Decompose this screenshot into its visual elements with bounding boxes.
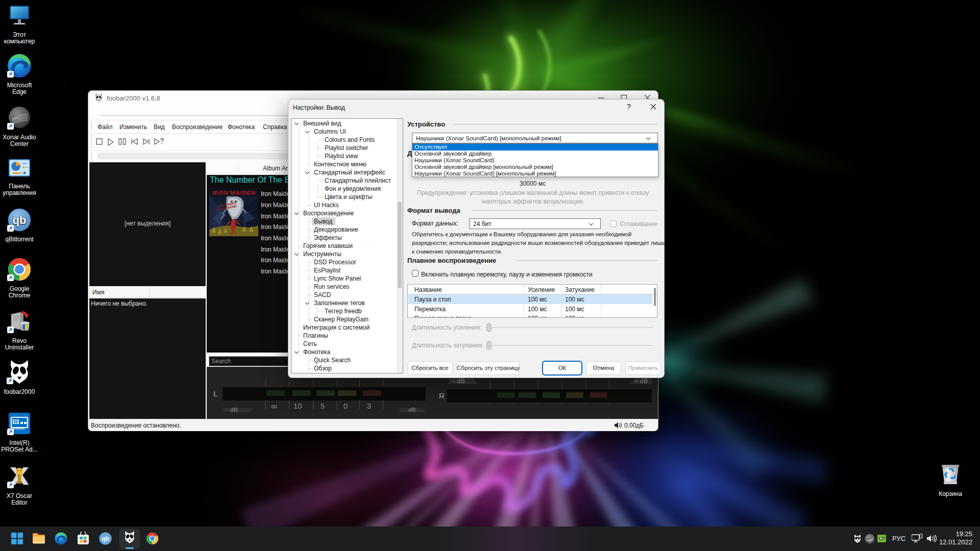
svg-text:dB: dB — [230, 407, 238, 413]
svg-text:+ dB: + dB — [634, 378, 648, 385]
svg-text:10: 10 — [293, 402, 302, 410]
svg-text:IRON MAIDEN: IRON MAIDEN — [212, 190, 255, 196]
svg-text:L: L — [213, 389, 217, 398]
svg-text:5: 5 — [321, 402, 325, 410]
svg-text:qb: qb — [13, 214, 27, 227]
svg-text:∞: ∞ — [271, 402, 277, 411]
svg-text:0: 0 — [344, 402, 348, 410]
svg-text:dB: dB — [408, 407, 416, 413]
svg-text:qb: qb — [102, 535, 109, 542]
svg-text:– dB: – dB — [452, 378, 465, 385]
svg-text:R: R — [439, 391, 445, 400]
svg-text:3: 3 — [367, 402, 371, 410]
